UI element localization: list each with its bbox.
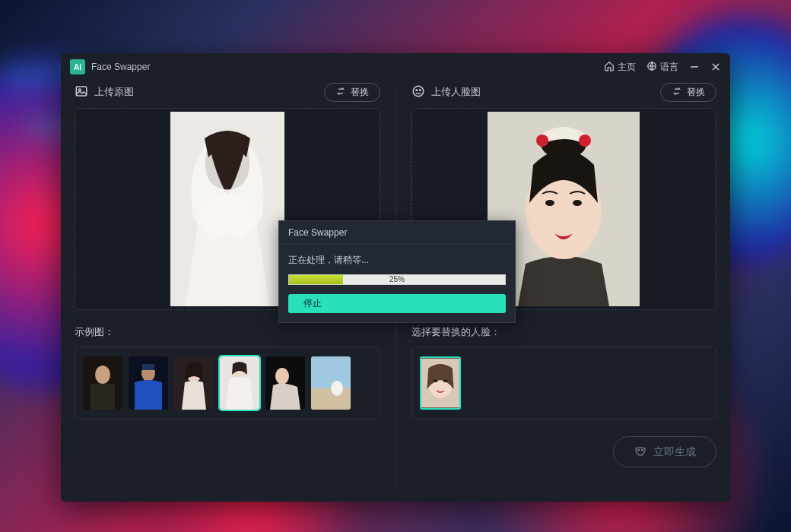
svg-point-30: [579, 135, 591, 147]
detected-face[interactable]: [420, 356, 461, 410]
example-thumb[interactable]: [174, 356, 214, 410]
example-thumbnails: [75, 347, 380, 420]
replace-face-button[interactable]: 替换: [660, 83, 716, 102]
svg-rect-13: [142, 364, 154, 370]
svg-point-32: [573, 200, 582, 206]
titlebar: Ai Face Swapper 主页 语言: [61, 53, 730, 81]
example-thumb[interactable]: [83, 356, 122, 410]
svg-point-35: [433, 379, 437, 382]
language-label: 语言: [660, 61, 678, 74]
svg-point-31: [545, 200, 554, 206]
app-window: Ai Face Swapper 主页 语言: [61, 53, 730, 502]
replace-original-label: 替换: [351, 86, 369, 99]
home-label: 主页: [618, 61, 636, 74]
mask-icon: [634, 444, 647, 460]
svg-point-25: [419, 89, 421, 90]
svg-rect-21: [311, 388, 351, 410]
globe-icon: [646, 61, 657, 74]
svg-point-38: [642, 450, 643, 451]
svg-rect-10: [91, 384, 115, 410]
swap-icon: [672, 86, 682, 99]
face-icon: [411, 84, 425, 100]
dialog-message: 正在处理，请稍等...: [288, 254, 506, 267]
progress-dialog: Face Swapper 正在处理，请稍等... 25% 停止: [278, 220, 516, 323]
example-thumb[interactable]: [311, 356, 351, 410]
home-icon: [604, 61, 615, 74]
generate-button[interactable]: 立即生成: [613, 436, 716, 467]
select-face-label: 选择要替换的人脸：: [411, 325, 717, 339]
svg-rect-4: [76, 87, 87, 96]
app-title: Face Swapper: [91, 62, 150, 72]
upload-face-label: 上传人脸图: [431, 85, 481, 99]
generate-label: 立即生成: [653, 445, 696, 459]
app-logo: Ai: [70, 59, 85, 74]
image-icon: [75, 84, 88, 100]
original-preview: [170, 112, 284, 306]
example-thumb[interactable]: [265, 356, 305, 410]
svg-point-22: [331, 381, 343, 396]
svg-point-37: [638, 450, 640, 451]
upload-original-label: 上传原图: [94, 85, 134, 99]
dialog-title: Face Swapper: [279, 221, 515, 245]
svg-rect-20: [311, 356, 351, 388]
svg-point-23: [413, 86, 424, 97]
replace-original-button[interactable]: 替换: [324, 83, 380, 102]
progress-bar: 25%: [288, 274, 506, 285]
svg-point-36: [443, 379, 447, 382]
minimize-button[interactable]: [689, 62, 700, 72]
examples-label: 示例图：: [75, 325, 380, 339]
svg-point-9: [95, 366, 110, 384]
stop-button[interactable]: 停止: [288, 294, 506, 313]
detected-faces: [411, 347, 717, 420]
svg-point-19: [275, 368, 289, 385]
swap-icon: [335, 86, 346, 99]
close-button[interactable]: [710, 62, 721, 72]
replace-face-label: 替换: [687, 86, 705, 99]
svg-point-29: [536, 135, 548, 147]
home-link[interactable]: 主页: [604, 61, 636, 74]
svg-point-24: [416, 89, 418, 90]
example-thumb[interactable]: [129, 356, 168, 410]
progress-text: 25%: [289, 275, 505, 284]
example-thumb[interactable]: [220, 356, 259, 410]
language-link[interactable]: 语言: [646, 61, 678, 74]
